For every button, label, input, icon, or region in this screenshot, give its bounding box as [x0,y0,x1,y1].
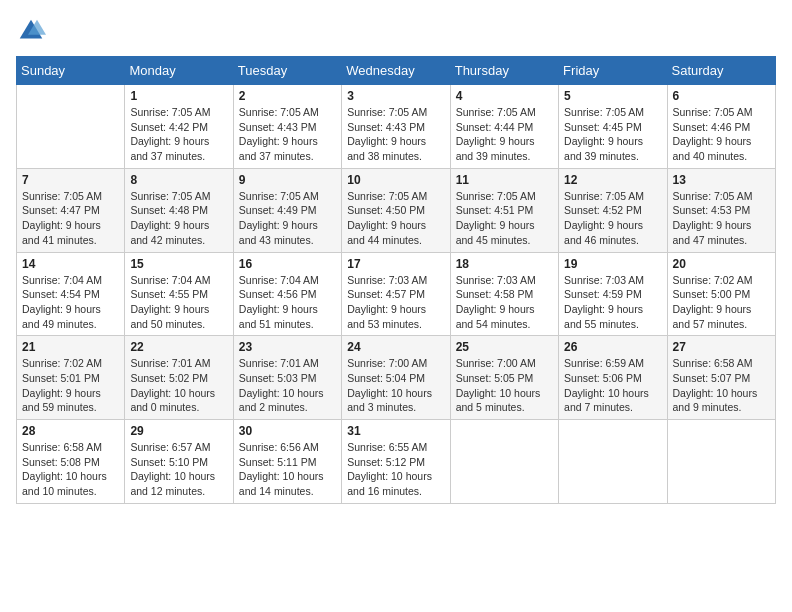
calendar-cell [667,420,775,504]
day-info: Sunrise: 7:01 AM Sunset: 5:02 PM Dayligh… [130,356,227,415]
day-number: 6 [673,89,770,103]
day-info: Sunrise: 7:05 AM Sunset: 4:49 PM Dayligh… [239,189,336,248]
day-info: Sunrise: 7:03 AM Sunset: 4:58 PM Dayligh… [456,273,553,332]
day-number: 28 [22,424,119,438]
day-number: 9 [239,173,336,187]
day-number: 2 [239,89,336,103]
day-info: Sunrise: 7:04 AM Sunset: 4:54 PM Dayligh… [22,273,119,332]
calendar-week: 14Sunrise: 7:04 AM Sunset: 4:54 PM Dayli… [17,252,776,336]
day-info: Sunrise: 7:04 AM Sunset: 4:56 PM Dayligh… [239,273,336,332]
calendar-cell: 23Sunrise: 7:01 AM Sunset: 5:03 PM Dayli… [233,336,341,420]
day-number: 11 [456,173,553,187]
day-number: 30 [239,424,336,438]
calendar-cell: 18Sunrise: 7:03 AM Sunset: 4:58 PM Dayli… [450,252,558,336]
calendar-cell: 22Sunrise: 7:01 AM Sunset: 5:02 PM Dayli… [125,336,233,420]
calendar-cell: 11Sunrise: 7:05 AM Sunset: 4:51 PM Dayli… [450,168,558,252]
day-number: 26 [564,340,661,354]
calendar-cell: 15Sunrise: 7:04 AM Sunset: 4:55 PM Dayli… [125,252,233,336]
calendar-week: 21Sunrise: 7:02 AM Sunset: 5:01 PM Dayli… [17,336,776,420]
day-number: 3 [347,89,444,103]
day-number: 17 [347,257,444,271]
day-number: 19 [564,257,661,271]
header-day: Sunday [17,57,125,85]
calendar-cell [450,420,558,504]
calendar-cell: 25Sunrise: 7:00 AM Sunset: 5:05 PM Dayli… [450,336,558,420]
calendar-cell: 29Sunrise: 6:57 AM Sunset: 5:10 PM Dayli… [125,420,233,504]
header-day: Tuesday [233,57,341,85]
day-info: Sunrise: 7:05 AM Sunset: 4:53 PM Dayligh… [673,189,770,248]
day-info: Sunrise: 7:00 AM Sunset: 5:05 PM Dayligh… [456,356,553,415]
calendar-header: SundayMondayTuesdayWednesdayThursdayFrid… [17,57,776,85]
day-number: 5 [564,89,661,103]
calendar-cell: 16Sunrise: 7:04 AM Sunset: 4:56 PM Dayli… [233,252,341,336]
day-number: 31 [347,424,444,438]
day-info: Sunrise: 6:59 AM Sunset: 5:06 PM Dayligh… [564,356,661,415]
day-number: 12 [564,173,661,187]
day-info: Sunrise: 7:05 AM Sunset: 4:51 PM Dayligh… [456,189,553,248]
calendar-cell: 30Sunrise: 6:56 AM Sunset: 5:11 PM Dayli… [233,420,341,504]
calendar-cell: 21Sunrise: 7:02 AM Sunset: 5:01 PM Dayli… [17,336,125,420]
day-info: Sunrise: 7:02 AM Sunset: 5:00 PM Dayligh… [673,273,770,332]
day-info: Sunrise: 7:05 AM Sunset: 4:52 PM Dayligh… [564,189,661,248]
calendar-cell: 8Sunrise: 7:05 AM Sunset: 4:48 PM Daylig… [125,168,233,252]
calendar-cell: 17Sunrise: 7:03 AM Sunset: 4:57 PM Dayli… [342,252,450,336]
day-number: 22 [130,340,227,354]
calendar-cell: 1Sunrise: 7:05 AM Sunset: 4:42 PM Daylig… [125,85,233,169]
header-day: Saturday [667,57,775,85]
calendar-cell: 31Sunrise: 6:55 AM Sunset: 5:12 PM Dayli… [342,420,450,504]
day-info: Sunrise: 7:05 AM Sunset: 4:44 PM Dayligh… [456,105,553,164]
header-day: Monday [125,57,233,85]
day-number: 21 [22,340,119,354]
calendar-cell: 10Sunrise: 7:05 AM Sunset: 4:50 PM Dayli… [342,168,450,252]
day-info: Sunrise: 6:56 AM Sunset: 5:11 PM Dayligh… [239,440,336,499]
calendar-week: 28Sunrise: 6:58 AM Sunset: 5:08 PM Dayli… [17,420,776,504]
day-info: Sunrise: 6:58 AM Sunset: 5:08 PM Dayligh… [22,440,119,499]
day-info: Sunrise: 7:05 AM Sunset: 4:45 PM Dayligh… [564,105,661,164]
day-number: 13 [673,173,770,187]
calendar-cell: 19Sunrise: 7:03 AM Sunset: 4:59 PM Dayli… [559,252,667,336]
day-number: 18 [456,257,553,271]
calendar-week: 1Sunrise: 7:05 AM Sunset: 4:42 PM Daylig… [17,85,776,169]
calendar-cell: 3Sunrise: 7:05 AM Sunset: 4:43 PM Daylig… [342,85,450,169]
day-info: Sunrise: 7:05 AM Sunset: 4:48 PM Dayligh… [130,189,227,248]
day-info: Sunrise: 7:00 AM Sunset: 5:04 PM Dayligh… [347,356,444,415]
calendar-table: SundayMondayTuesdayWednesdayThursdayFrid… [16,56,776,504]
day-info: Sunrise: 7:03 AM Sunset: 4:59 PM Dayligh… [564,273,661,332]
day-number: 8 [130,173,227,187]
calendar-cell: 5Sunrise: 7:05 AM Sunset: 4:45 PM Daylig… [559,85,667,169]
day-info: Sunrise: 7:02 AM Sunset: 5:01 PM Dayligh… [22,356,119,415]
day-number: 23 [239,340,336,354]
day-info: Sunrise: 7:05 AM Sunset: 4:47 PM Dayligh… [22,189,119,248]
calendar-cell: 7Sunrise: 7:05 AM Sunset: 4:47 PM Daylig… [17,168,125,252]
day-info: Sunrise: 7:05 AM Sunset: 4:50 PM Dayligh… [347,189,444,248]
logo-icon [16,16,46,46]
page-header [16,16,776,46]
day-number: 29 [130,424,227,438]
day-number: 7 [22,173,119,187]
calendar-cell: 27Sunrise: 6:58 AM Sunset: 5:07 PM Dayli… [667,336,775,420]
logo [16,16,50,46]
calendar-cell [17,85,125,169]
day-number: 15 [130,257,227,271]
day-number: 20 [673,257,770,271]
header-day: Thursday [450,57,558,85]
day-info: Sunrise: 7:05 AM Sunset: 4:46 PM Dayligh… [673,105,770,164]
day-number: 25 [456,340,553,354]
day-number: 24 [347,340,444,354]
day-number: 4 [456,89,553,103]
calendar-cell: 13Sunrise: 7:05 AM Sunset: 4:53 PM Dayli… [667,168,775,252]
day-info: Sunrise: 7:05 AM Sunset: 4:43 PM Dayligh… [239,105,336,164]
header-day: Wednesday [342,57,450,85]
header-row: SundayMondayTuesdayWednesdayThursdayFrid… [17,57,776,85]
calendar-cell: 2Sunrise: 7:05 AM Sunset: 4:43 PM Daylig… [233,85,341,169]
calendar-cell: 6Sunrise: 7:05 AM Sunset: 4:46 PM Daylig… [667,85,775,169]
day-info: Sunrise: 6:57 AM Sunset: 5:10 PM Dayligh… [130,440,227,499]
day-info: Sunrise: 7:05 AM Sunset: 4:42 PM Dayligh… [130,105,227,164]
calendar-cell: 24Sunrise: 7:00 AM Sunset: 5:04 PM Dayli… [342,336,450,420]
calendar-cell: 4Sunrise: 7:05 AM Sunset: 4:44 PM Daylig… [450,85,558,169]
day-info: Sunrise: 7:04 AM Sunset: 4:55 PM Dayligh… [130,273,227,332]
calendar-cell: 26Sunrise: 6:59 AM Sunset: 5:06 PM Dayli… [559,336,667,420]
day-number: 1 [130,89,227,103]
day-number: 14 [22,257,119,271]
calendar-cell: 28Sunrise: 6:58 AM Sunset: 5:08 PM Dayli… [17,420,125,504]
